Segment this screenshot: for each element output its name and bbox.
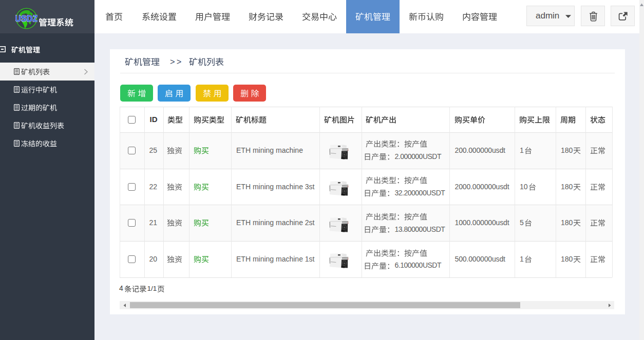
svg-text:USDZ: USDZ — [15, 14, 37, 23]
